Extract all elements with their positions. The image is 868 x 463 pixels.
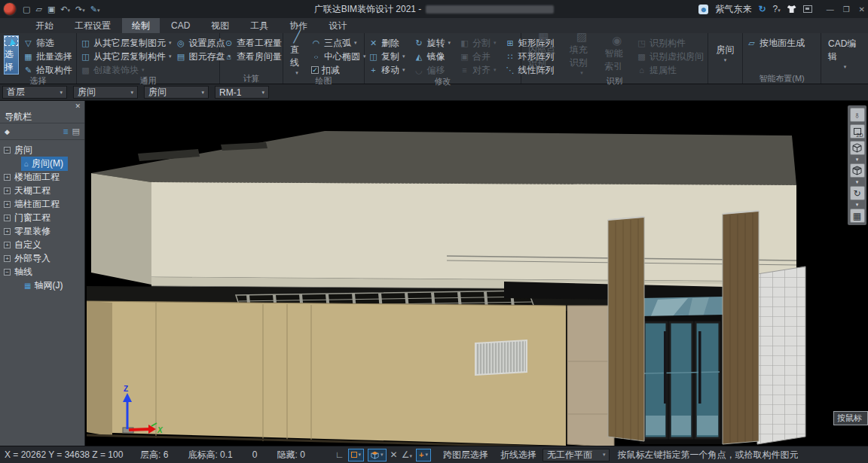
undo-icon[interactable]: ↶▾	[60, 5, 70, 14]
view-room-quantities-button[interactable]: ⌂查看房间量	[224, 50, 282, 62]
chevron-down-icon[interactable]: ▾	[856, 203, 859, 206]
collapse-icon[interactable]: −	[4, 269, 11, 276]
menu-tools[interactable]: 工具	[240, 18, 278, 33]
mirror-button[interactable]: ◭镜像	[414, 50, 451, 62]
selection-box-toggle[interactable]: ▾	[348, 449, 365, 461]
cube-view-alt-icon[interactable]	[850, 163, 865, 178]
generate-by-floor-button[interactable]: ▱按地面生成	[747, 37, 805, 49]
smart-index-button[interactable]: ◉智能索引	[601, 35, 632, 72]
rotate-view-icon[interactable]: ↻	[850, 186, 865, 200]
copy-element-other-layer-button[interactable]: ◫从其它层复制图元▾	[81, 37, 172, 49]
expand-icon[interactable]: +	[4, 255, 11, 262]
inner-point-recognize-button[interactable]: ▦内部点识别▾	[525, 35, 562, 72]
cross-icon[interactable]: ✕	[390, 449, 398, 460]
sync-icon[interactable]: ↻	[758, 4, 766, 14]
tree-node-custom[interactable]: +自定义	[0, 238, 84, 251]
expand-icon[interactable]: +	[4, 242, 11, 248]
menu-view[interactable]: 视图	[201, 18, 239, 33]
work-plane-dropdown[interactable]: 无工作平面▾	[542, 449, 610, 461]
tree-node-axis[interactable]: −轴线	[0, 265, 84, 279]
chevron-down-icon[interactable]: ▾	[856, 180, 859, 184]
view-quantities-button[interactable]: ⊙查看工程量	[224, 37, 282, 49]
minimize-button[interactable]: —	[827, 5, 834, 14]
split-button[interactable]: ◧分割▾	[460, 37, 497, 49]
help-icon[interactable]: ?▾	[772, 4, 780, 14]
tree-node-room[interactable]: −房间	[0, 143, 84, 157]
type-dropdown[interactable]: 房间▾	[144, 86, 209, 99]
name-dropdown[interactable]: RM-1▾	[215, 86, 269, 99]
angle-icon[interactable]: ∠▾	[402, 449, 412, 460]
cross-layer-select-button[interactable]: 跨图层选择	[437, 449, 494, 461]
menu-start[interactable]: 开始	[26, 18, 63, 33]
panel-close-icon[interactable]: ✕	[75, 102, 81, 110]
menu-draw[interactable]: 绘制	[122, 18, 160, 33]
close-button[interactable]: ✕	[859, 5, 865, 14]
cad-edit-button[interactable]: CAD编辑▾	[825, 35, 865, 72]
polyline-select-button[interactable]: 折线选择	[494, 449, 542, 461]
offset-button[interactable]: ◡偏移	[414, 64, 451, 76]
recognize-component-button[interactable]: ◳识别构件	[637, 37, 704, 49]
center-ellipse-button[interactable]: ○中心椭圆▾	[311, 50, 366, 62]
brush-icon[interactable]: ✎▾	[90, 5, 100, 14]
line-button[interactable]: ╱ 直线▾	[287, 35, 307, 72]
select-button[interactable]: 选择	[4, 35, 19, 75]
panel-view-icon[interactable]: ▤	[72, 126, 80, 136]
copy-button[interactable]: ◫复制▾	[368, 50, 405, 62]
extract-properties-button[interactable]: ⌂提属性	[637, 64, 704, 76]
list-view-icon[interactable]: ≡	[63, 126, 68, 137]
tree-node-wall-column-works[interactable]: +墙柱面工程	[0, 197, 84, 211]
merge-button[interactable]: ▣合并	[460, 50, 497, 62]
user-name[interactable]: 紫气东来	[715, 3, 751, 16]
menu-cad[interactable]: CAD	[161, 18, 200, 33]
theme-shirt-icon[interactable]	[787, 5, 796, 13]
redo-icon[interactable]: ↷▾	[75, 5, 85, 14]
open-file-icon[interactable]: ▱	[35, 5, 41, 14]
filter-button[interactable]: ▽筛选	[23, 37, 72, 49]
3d-snap-toggle[interactable]: ▾	[368, 449, 387, 461]
tree-node-external-import[interactable]: +外部导入	[0, 251, 84, 265]
save-icon[interactable]: ▣	[47, 5, 55, 14]
tree-node-door-window-works[interactable]: +门窗工程	[0, 211, 84, 224]
menu-design[interactable]: 设计	[319, 18, 356, 33]
recognize-virtual-room-button[interactable]: ▩识别虚拟房间	[637, 50, 704, 62]
orbit-icon[interactable]: ♁	[850, 108, 865, 122]
cube-view-icon[interactable]	[850, 141, 865, 155]
fill-recognize-button[interactable]: ▨填充识别▾	[567, 35, 598, 72]
level-dropdown[interactable]: 首层▾	[2, 86, 67, 99]
restore-button[interactable]: ❐	[843, 5, 850, 14]
delete-button[interactable]: ✕删除	[368, 37, 405, 49]
create-decoration-block-button[interactable]: ▩创建装饰块▾	[81, 64, 172, 76]
tree-node-ceiling-works[interactable]: +天棚工程	[0, 184, 84, 197]
ortho-corner-icon[interactable]: ∟	[335, 449, 344, 460]
rotate-button[interactable]: ↻旋转▾	[414, 37, 451, 49]
viewport-3d[interactable]: Z X ♁ 2D ▾ ▾ ↻ ▾	[85, 101, 868, 446]
room-button[interactable]: 房间▾	[711, 35, 741, 72]
menu-project-settings[interactable]: 工程设置	[65, 18, 121, 33]
tree-node-room-m[interactable]: ⌂房间(M)	[0, 157, 84, 170]
move-button[interactable]: +移动▾	[368, 64, 405, 76]
pick-component-button[interactable]: ✎拾取构件	[23, 64, 72, 76]
expand-icon[interactable]: +	[4, 187, 11, 194]
chevron-down-icon[interactable]: ▾	[856, 157, 859, 161]
user-avatar[interactable]: ☻	[698, 5, 708, 14]
expand-icon[interactable]: +	[4, 201, 11, 208]
three-point-arc-button[interactable]: ◠三点弧▾	[311, 37, 366, 49]
extend-line-toggle[interactable]: +▾	[416, 449, 431, 461]
deduction-checkbox[interactable]: ✓扣减	[311, 64, 366, 76]
new-file-icon[interactable]: ▢	[23, 5, 30, 14]
schedule-grid-icon[interactable]: ▦	[850, 209, 865, 223]
batch-select-button[interactable]: ▦批量选择	[23, 50, 72, 62]
sparkle-icon[interactable]: ◆	[5, 128, 10, 136]
copy-component-other-layer-button[interactable]: ◫从其它层复制构件▾	[81, 50, 172, 62]
align-button[interactable]: ≡对齐▾	[460, 64, 497, 76]
expand-icon[interactable]: +	[4, 174, 11, 181]
tree-node-axis-grid[interactable]: ▦轴网(J)	[0, 279, 84, 292]
expand-icon[interactable]: +	[4, 228, 11, 235]
2d-view-icon[interactable]: 2D	[850, 124, 865, 139]
tree-node-misc-decoration[interactable]: +零星装修	[0, 224, 84, 238]
tree-node-floor-works[interactable]: +楼地面工程	[0, 170, 84, 184]
category-dropdown[interactable]: 房间▾	[73, 86, 138, 99]
3d-model-canvas[interactable]: Z X	[85, 101, 868, 446]
app-logo-icon[interactable]	[3, 2, 17, 16]
collapse-icon[interactable]: −	[4, 147, 11, 154]
